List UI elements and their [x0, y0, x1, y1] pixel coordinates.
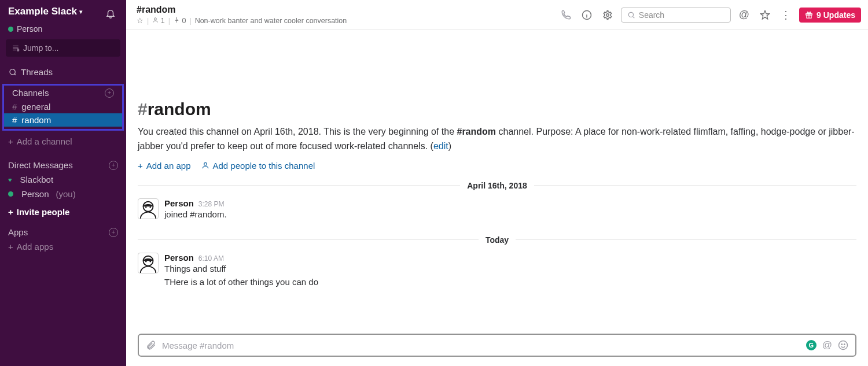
channels-header[interactable]: Channels + — [4, 87, 122, 100]
attach-icon[interactable] — [146, 340, 156, 350]
svg-point-3 — [606, 13, 609, 16]
add-app-link[interactable]: + Add an app — [138, 161, 191, 171]
workspace-name: Example Slack — [8, 6, 77, 17]
sidebar: Example Slack ▾ Person Jump to... Thread… — [0, 0, 126, 366]
channel-topic[interactable]: Non-work banter and water cooler convers… — [195, 17, 347, 25]
dm-slackbot[interactable]: ♥ Slackbot — [0, 172, 126, 187]
new-dm-icon[interactable]: + — [109, 161, 118, 170]
add-channel-link[interactable]: + Add a channel — [0, 134, 126, 149]
channel-intro-title: #random — [138, 99, 856, 119]
jump-to-placeholder: Jump to... — [23, 43, 58, 53]
add-people-link[interactable]: Add people to this channel — [201, 161, 315, 171]
message-author[interactable]: Person — [164, 253, 194, 263]
message-author[interactable]: Person — [164, 198, 194, 208]
apps-header[interactable]: Apps + — [0, 223, 126, 239]
message-time: 3:28 PM — [198, 200, 225, 208]
dm-self[interactable]: Person (you) — [0, 187, 126, 201]
dm-header[interactable]: Direct Messages + — [0, 156, 126, 172]
presence-online-icon — [8, 27, 13, 32]
workspace-switcher[interactable]: Example Slack ▾ — [8, 6, 83, 17]
search-placeholder: Search — [639, 10, 664, 20]
channels-highlight-box: Channels + # general # random — [2, 84, 124, 131]
add-apps-link[interactable]: + Add apps — [0, 239, 126, 254]
members-count[interactable]: 1 — [152, 17, 164, 25]
plus-icon: + — [8, 242, 13, 252]
emoji-icon[interactable] — [838, 340, 848, 350]
threads-link[interactable]: Threads — [0, 65, 126, 79]
svg-point-12 — [145, 261, 146, 262]
add-app-icon[interactable]: + — [109, 228, 118, 237]
updates-button[interactable]: 9 Updates — [799, 8, 861, 23]
search-icon — [627, 11, 635, 19]
jump-icon — [12, 44, 20, 52]
invite-people-link[interactable]: + Invite people — [0, 201, 126, 223]
svg-point-10 — [150, 206, 151, 208]
date-divider: April 16th, 2018 — [138, 181, 856, 190]
info-icon[interactable] — [579, 8, 594, 23]
main-panel: #random ☆ | 1 | 0 | Non-work banter and … — [126, 0, 868, 366]
svg-point-1 — [155, 17, 157, 20]
edit-purpose-link[interactable]: edit — [433, 141, 448, 151]
message-text: joined #random. — [164, 209, 227, 219]
star-channel-icon[interactable]: ☆ — [137, 16, 144, 25]
svg-point-8 — [144, 201, 153, 211]
date-divider: Today — [138, 235, 856, 245]
chevron-down-icon: ▾ — [79, 8, 83, 16]
heart-presence-icon: ♥ — [8, 176, 12, 183]
hash-icon: # — [12, 115, 17, 125]
grammarly-icon[interactable]: G — [806, 340, 816, 350]
svg-point-11 — [144, 256, 153, 265]
presence-online-icon — [8, 191, 13, 197]
message-text: THere is a lot of other things you can d… — [164, 277, 318, 287]
search-input[interactable]: Search — [621, 8, 731, 23]
call-icon[interactable] — [558, 8, 573, 23]
plus-icon: + — [8, 136, 13, 146]
plus-icon: + — [8, 207, 13, 217]
current-user[interactable]: Person — [0, 24, 126, 39]
svg-point-15 — [841, 344, 843, 345]
message-text: Things and stuff — [164, 264, 318, 273]
more-menu-icon[interactable]: ⋮ — [778, 6, 793, 24]
svg-point-0 — [17, 49, 19, 51]
sidebar-channel-random[interactable]: # random — [4, 113, 122, 127]
pins-count[interactable]: 0 — [174, 17, 186, 25]
notifications-bell-icon[interactable] — [103, 6, 118, 21]
svg-point-4 — [628, 12, 633, 17]
mentions-icon[interactable]: @ — [737, 6, 752, 23]
channel-intro-text: You created this channel on April 16th, … — [138, 125, 855, 154]
avatar[interactable] — [138, 253, 159, 273]
message-pane: #random You created this channel on Apri… — [126, 30, 868, 334]
message-time: 6:10 AM — [198, 254, 224, 263]
svg-point-7 — [204, 162, 207, 165]
channel-topbar: #random ☆ | 1 | 0 | Non-work banter and … — [126, 0, 868, 30]
star-icon[interactable] — [757, 8, 773, 23]
channel-title: #random — [137, 5, 347, 15]
plus-icon: + — [138, 161, 143, 171]
svg-point-9 — [145, 206, 146, 208]
sidebar-channel-general[interactable]: # general — [4, 100, 122, 113]
svg-point-16 — [844, 344, 845, 345]
settings-gear-icon[interactable] — [600, 8, 615, 23]
jump-to-input[interactable]: Jump to... — [6, 39, 120, 57]
thread-icon — [8, 68, 16, 76]
add-channel-icon[interactable]: + — [105, 88, 114, 98]
message-row: Person 6:10 AM Things and stuff THere is… — [138, 250, 856, 293]
message-composer[interactable]: Message #random G @ — [138, 334, 856, 357]
avatar[interactable] — [138, 198, 159, 219]
svg-point-14 — [839, 341, 848, 350]
person-icon — [201, 161, 209, 169]
composer-placeholder: Message #random — [162, 341, 234, 350]
gift-icon — [805, 11, 813, 19]
hash-icon: # — [12, 102, 17, 112]
mention-icon[interactable]: @ — [822, 339, 832, 351]
svg-point-13 — [150, 261, 151, 262]
message-row: Person 3:28 PM joined #random. — [138, 196, 856, 225]
